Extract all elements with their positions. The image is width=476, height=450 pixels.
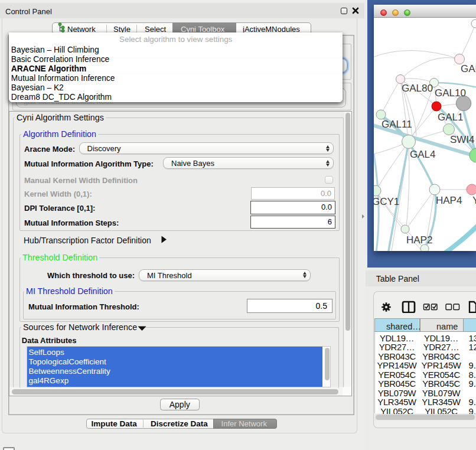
- svg-text:GCY1: GCY1: [374, 196, 399, 207]
- svg-text:GAL80: GAL80: [402, 83, 433, 94]
- svg-text:HAP2: HAP2: [406, 234, 432, 246]
- svg-text:GAL10: GAL10: [435, 87, 466, 99]
- svg-text:GAL: GAL: [461, 63, 476, 74]
- svg-text:GAL4: GAL4: [410, 149, 435, 160]
- svg-text:GAL11: GAL11: [382, 119, 412, 130]
- svg-text:SWI4: SWI4: [450, 134, 475, 145]
- svg-text:Y: Y: [472, 195, 476, 206]
- svg-text:HAP4: HAP4: [436, 195, 462, 206]
- svg-text:GAL1: GAL1: [438, 112, 463, 123]
